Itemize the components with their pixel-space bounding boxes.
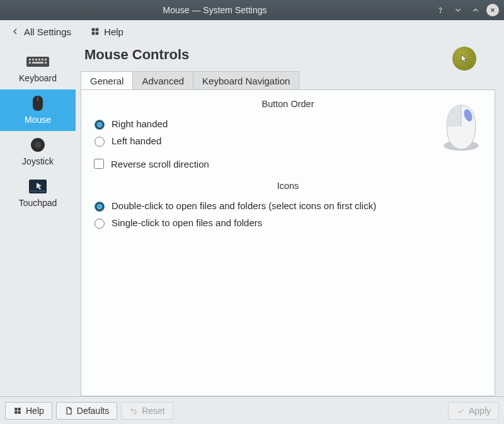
group-title-button-order: Button Order [91, 99, 484, 109]
svg-rect-10 [35, 59, 37, 60]
svg-point-19 [35, 142, 41, 148]
svg-rect-29 [18, 411, 21, 413]
button-label: Help [26, 406, 44, 416]
tab-advanced[interactable]: Advanced [133, 71, 193, 90]
checkbox-label: Reverse scroll direction [111, 159, 209, 169]
radio-right-handed[interactable]: Right handed [91, 115, 484, 132]
svg-rect-11 [38, 59, 40, 60]
button-bar: Help Defaults Reset Apply [0, 396, 504, 424]
document-icon [64, 406, 73, 415]
svg-rect-16 [45, 62, 47, 64]
svg-rect-15 [32, 62, 43, 64]
svg-rect-12 [42, 59, 43, 60]
breadcrumb-toolbar: All Settings Help [0, 20, 504, 43]
close-button[interactable] [486, 4, 499, 16]
general-panel: Button Order Right handed Left handed Re… [81, 89, 495, 396]
svg-rect-9 [32, 59, 34, 60]
svg-rect-22 [38, 190, 45, 192]
group-title-icons: Icons [91, 181, 484, 191]
svg-rect-27 [18, 408, 21, 410]
button-label: Reset [142, 406, 165, 416]
radio-single-click-input[interactable] [94, 219, 105, 229]
radio-left-handed-input[interactable] [94, 137, 105, 147]
svg-rect-6 [96, 32, 99, 35]
sidebar-item-joystick[interactable]: Joystick [0, 131, 76, 173]
sidebar-item-label: Touchpad [3, 198, 73, 208]
page-title: Mouse Controls [84, 47, 495, 63]
svg-rect-21 [30, 190, 37, 192]
tabs: General Advanced Keyboard Navigation [81, 71, 495, 89]
radio-label: Left handed [112, 135, 161, 146]
mouse-illustration [438, 101, 484, 156]
sidebar-item-touchpad[interactable]: Touchpad [0, 173, 76, 214]
check-icon [456, 406, 465, 415]
button-label: Defaults [77, 406, 109, 416]
toolbar-help-label: Help [104, 26, 123, 37]
help-titlebar-icon[interactable] [433, 3, 447, 17]
svg-rect-26 [14, 408, 17, 410]
chevron-left-icon [10, 26, 20, 37]
keyboard-icon [3, 53, 73, 71]
checkbox-reverse-scroll-input[interactable] [94, 159, 104, 169]
radio-single-click[interactable]: Single-click to open files and folders [91, 214, 484, 231]
svg-rect-13 [45, 59, 47, 60]
sidebar-item-label: Joystick [3, 156, 73, 166]
radio-double-click[interactable]: Double-click to open files and folders (… [91, 197, 484, 214]
help-button[interactable]: Help [5, 402, 52, 420]
all-settings-label: All Settings [24, 26, 71, 37]
svg-rect-8 [29, 59, 31, 60]
cursor-icon [459, 54, 469, 64]
svg-rect-3 [92, 28, 95, 32]
radio-left-handed[interactable]: Left handed [91, 132, 484, 149]
window-title: Mouse — System Settings [0, 5, 430, 15]
joystick-icon [3, 136, 73, 154]
apply-button: Apply [448, 402, 499, 420]
svg-rect-4 [96, 28, 99, 32]
sidebar-item-label: Mouse [3, 115, 73, 125]
sidebar: Keyboard Mouse Joystick Touchpad [0, 43, 76, 396]
radio-label: Right handed [112, 118, 168, 129]
defaults-button[interactable]: Defaults [56, 402, 117, 420]
radio-label: Single-click to open files and folders [112, 217, 262, 228]
maximize-button[interactable] [469, 3, 483, 17]
minimize-button[interactable] [451, 3, 465, 17]
configure-icon [13, 406, 22, 415]
all-settings-button[interactable]: All Settings [6, 24, 75, 40]
tab-general[interactable]: General [81, 71, 133, 90]
sidebar-item-label: Keyboard [3, 73, 73, 83]
tab-keyboard-navigation[interactable]: Keyboard Navigation [193, 71, 299, 90]
svg-point-0 [440, 12, 441, 13]
svg-rect-17 [37, 97, 38, 101]
sidebar-item-keyboard[interactable]: Keyboard [0, 48, 76, 89]
radio-label: Double-click to open files and folders (… [112, 200, 376, 211]
radio-double-click-input[interactable] [94, 202, 105, 212]
titlebar: Mouse — System Settings [0, 0, 504, 20]
svg-rect-14 [29, 62, 31, 64]
mouse-icon [3, 95, 73, 112]
configure-icon [90, 26, 100, 37]
reset-button: Reset [121, 402, 173, 420]
svg-rect-28 [14, 411, 17, 413]
button-label: Apply [469, 406, 491, 416]
checkbox-reverse-scroll[interactable]: Reverse scroll direction [91, 154, 484, 173]
touchpad-icon [3, 178, 73, 195]
toolbar-help-button[interactable]: Help [86, 24, 127, 40]
undo-icon [129, 406, 138, 415]
radio-right-handed-input[interactable] [94, 120, 105, 130]
cursor-indicator [452, 47, 476, 71]
sidebar-item-mouse[interactable]: Mouse [0, 89, 76, 131]
svg-rect-5 [92, 32, 95, 35]
